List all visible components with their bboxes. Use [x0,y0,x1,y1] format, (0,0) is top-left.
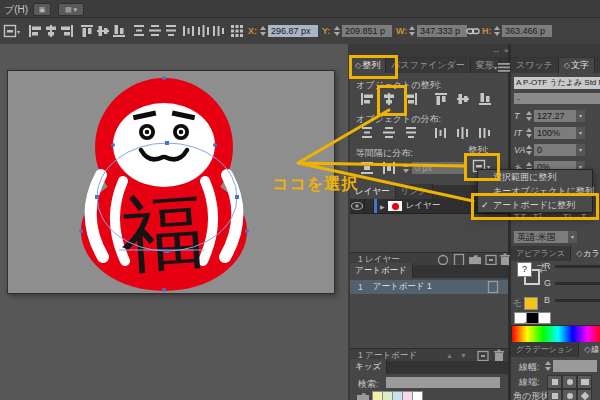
strikethrough-button[interactable]: T. [581,212,588,222]
close-panel-icon[interactable]: × [504,46,509,55]
vscale-field[interactable]: 100% [534,127,578,139]
corner-miter-button[interactable] [547,389,562,400]
spacing-input[interactable]: 0 px [412,162,466,174]
subscript-button[interactable]: T¹ [563,212,572,222]
align-left-icon[interactable] [26,23,43,39]
font-style-field[interactable]: - [514,93,600,104]
align-top-icon[interactable] [78,23,95,39]
menu-item-align-to-key-object[interactable]: キーオブジェクトに整列 [478,184,592,198]
cap-round-button[interactable] [562,375,577,389]
reference-point-icon[interactable] [228,23,245,39]
stroke-width-field[interactable] [553,360,597,372]
distribute-bottom-button[interactable] [402,125,420,141]
font-family-field[interactable]: A P-OTF うたよみ Std M [514,77,600,89]
align-bottom-button[interactable] [476,91,494,107]
spacing-stepper[interactable] [402,162,410,174]
b-slider[interactable] [555,299,600,302]
workspace-grid-icon[interactable]: ▾ [3,23,20,39]
superscript-button[interactable]: Tᵀ [533,212,542,222]
r-slider[interactable] [555,265,600,268]
tab-links[interactable]: リンク [396,184,433,199]
w-stepper[interactable] [408,25,416,37]
corner-bevel-button[interactable] [577,389,592,400]
language-caret[interactable]: ▾ [568,231,577,243]
align-vcenter-icon[interactable] [94,23,111,39]
kerning-caret[interactable]: ▾ [576,144,585,156]
horizontal-space-button[interactable] [380,160,398,176]
canvas-area[interactable]: 福 [0,44,348,400]
x-input[interactable]: 296.87 px [268,25,318,37]
distribute-top-button[interactable] [358,125,376,141]
align-left-button[interactable] [358,91,376,107]
align-top-button[interactable] [432,91,450,107]
font-size-field[interactable]: 127.27 [534,110,578,122]
distribute-right-icon[interactable] [210,23,227,39]
artboard-row[interactable]: 1 アートボード 1 [350,280,508,294]
align-bottom-icon[interactable] [110,23,127,39]
font-size-caret[interactable]: ▾ [576,110,585,122]
white-swatch[interactable] [538,312,551,324]
fill-proxy[interactable]: ? [517,262,532,277]
x-stepper[interactable] [259,25,267,37]
tab-appearance[interactable]: アピアランス [511,246,571,261]
g-slider[interactable] [555,282,600,285]
h-input[interactable]: 363.466 p [502,25,552,37]
tab-character[interactable]: ◇文字 [559,58,595,73]
tab-pathfinder[interactable]: パスファインダー [386,58,470,73]
tab-kids[interactable]: キッズ [350,359,387,374]
distribute-right-button[interactable] [476,125,494,141]
vscale-stepper[interactable] [525,127,533,139]
distribute-bottom-icon[interactable] [162,23,179,39]
tab-color[interactable]: ◇カラー [571,246,600,261]
artboard-row-name[interactable]: アートボード 1 [363,281,432,293]
panel-menu-icon[interactable]: ▾ [494,60,511,74]
layer-name[interactable]: レイヤー [402,200,441,212]
vscale-caret[interactable]: ▾ [576,127,585,139]
tab-gradient[interactable]: グラデーション [511,342,579,357]
distribute-hcenter-button[interactable] [454,125,472,141]
menu-item-align-to-artboard[interactable]: ✓ アートボードに整列 [478,198,592,212]
distribute-vcenter-icon[interactable] [146,23,163,39]
swatch-white[interactable] [412,391,423,400]
menu-item-help[interactable]: プ(H) [4,3,28,17]
corner-round-button[interactable] [562,389,577,400]
search-input[interactable] [386,377,500,388]
w-input[interactable]: 347.333 p [417,25,467,37]
stroke-width-stepper[interactable] [544,360,552,372]
lock-toggle[interactable] [364,199,374,213]
workspace-switcher-icon[interactable]: ▤ ▾ [58,3,84,16]
cap-butt-button[interactable] [547,375,562,389]
tab-align[interactable]: ◇整列 [350,58,386,73]
uppercase-button[interactable]: TT [514,212,527,222]
move-up-icon[interactable]: ▲ [446,352,453,359]
tab-paragraph[interactable]: 段落 [595,58,600,73]
language-dropdown[interactable]: 英語:米国 [514,231,570,243]
align-vcenter-button[interactable] [454,91,472,107]
move-down-icon[interactable]: ▼ [460,352,467,359]
distribute-left-button[interactable] [432,125,450,141]
layer-expand-icon[interactable]: ▶ [377,203,388,210]
align-hcenter-button[interactable] [380,91,398,107]
bridge-icon[interactable]: ▣ [33,3,51,16]
menu-item-align-to-selection[interactable]: 選択範囲に整列 [478,170,592,184]
align-right-icon[interactable] [58,23,75,39]
align-right-button[interactable] [402,91,420,107]
link-dimensions-icon[interactable] [464,23,481,39]
kerning-stepper[interactable] [525,144,533,156]
y-input[interactable]: 209.851 p [342,25,392,37]
visibility-eye-icon[interactable] [350,199,364,213]
font-size-stepper[interactable] [525,110,533,122]
cap-projecting-button[interactable] [577,375,592,389]
collapse-panels-icon[interactable]: ↔ [492,46,500,55]
tab-swatches[interactable]: スワッチ [511,58,559,73]
tab-stroke[interactable]: ◇線 [579,342,600,357]
layer-thumbnail[interactable] [388,201,402,211]
y-stepper[interactable] [333,25,341,37]
artboard-page-icon[interactable] [486,280,500,294]
h-stepper[interactable] [493,25,501,37]
vertical-space-button[interactable] [358,160,376,176]
swatch-folder-icon[interactable] [356,391,370,400]
current-color-swatch[interactable] [524,297,538,310]
align-hcenter-icon[interactable] [42,23,59,39]
distribute-top-icon[interactable] [130,23,147,39]
